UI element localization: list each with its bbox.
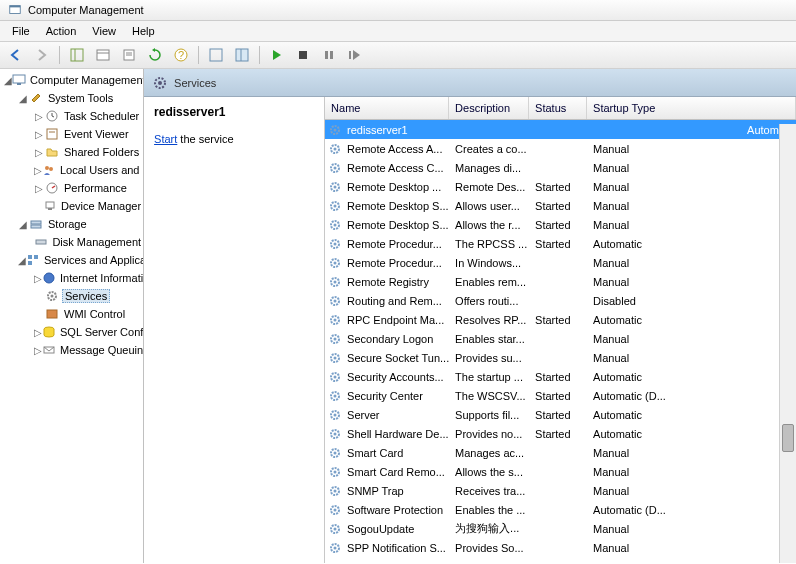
service-row[interactable]: Security Accounts...The startup ...Start… (325, 367, 796, 386)
stop-service-button[interactable] (291, 44, 315, 66)
menu-action[interactable]: Action (38, 23, 85, 39)
svg-point-62 (334, 280, 337, 283)
expand-icon[interactable]: ▷ (34, 165, 42, 176)
start-service-button[interactable] (265, 44, 289, 66)
expand-icon[interactable]: ▷ (34, 327, 42, 338)
service-row[interactable]: Remote Procedur...The RPCSS ...StartedAu… (325, 234, 796, 253)
tree-device-manager[interactable]: Device Manager (0, 197, 143, 215)
service-row[interactable]: SPP Notification S...Provides So...Manua… (325, 538, 796, 557)
tree-local-users[interactable]: ▷Local Users and Groups (0, 161, 143, 179)
forward-button[interactable] (30, 44, 54, 66)
view-button-2[interactable] (230, 44, 254, 66)
menu-help[interactable]: Help (124, 23, 163, 39)
tree-msmq[interactable]: ▷Message Queuing (0, 341, 143, 359)
svg-text:?: ? (178, 49, 184, 61)
cell-startup: Automatic (D... (589, 390, 796, 402)
collapse-icon[interactable]: ◢ (18, 93, 28, 104)
cell-startup: Automatic (589, 238, 796, 250)
service-row[interactable]: Remote Access A...Creates a co...Manual (325, 139, 796, 158)
service-row[interactable]: Security CenterThe WSCSV...StartedAutoma… (325, 386, 796, 405)
service-row[interactable]: Secure Socket Tun...Provides su...Manual (325, 348, 796, 367)
service-row[interactable]: Remote Access C...Manages di...Manual (325, 158, 796, 177)
cell-desc: Provides So... (451, 542, 531, 554)
pause-service-button[interactable] (317, 44, 341, 66)
service-row[interactable]: Smart CardManages ac...Manual (325, 443, 796, 462)
tools-icon (28, 90, 44, 106)
back-button[interactable] (4, 44, 28, 66)
tree-disk-mgmt[interactable]: Disk Management (0, 233, 143, 251)
menu-file[interactable]: File (4, 23, 38, 39)
collapse-icon[interactable]: ◢ (18, 219, 28, 230)
gear-icon (327, 141, 343, 157)
service-row[interactable]: Remote RegistryEnables rem...Manual (325, 272, 796, 291)
service-row[interactable]: Software ProtectionEnables the ...Automa… (325, 500, 796, 519)
gear-icon (327, 312, 343, 328)
collapse-icon[interactable]: ◢ (4, 75, 12, 86)
service-row[interactable]: RPC Endpoint Ma...Resolves RP...StartedA… (325, 310, 796, 329)
service-row[interactable]: Smart Card Remo...Allows the s...Manual (325, 462, 796, 481)
service-row[interactable]: Routing and Rem...Offers routi...Disable… (325, 291, 796, 310)
tree-pane[interactable]: ◢Computer Management (Local ◢System Tool… (0, 69, 144, 563)
svg-rect-19 (17, 83, 21, 85)
header-startup[interactable]: Startup Type (587, 97, 796, 119)
properties-button[interactable] (91, 44, 115, 66)
computer-mgmt-icon (12, 72, 26, 88)
refresh-button[interactable] (143, 44, 167, 66)
service-row[interactable]: SogouUpdate为搜狗输入...Manual (325, 519, 796, 538)
service-row[interactable]: Remote Desktop S...Allows user...Started… (325, 196, 796, 215)
tree-task-scheduler[interactable]: ▷Task Scheduler (0, 107, 143, 125)
tree-services-apps[interactable]: ◢Services and Applications (0, 251, 143, 269)
tree-performance[interactable]: ▷Performance (0, 179, 143, 197)
scrollbar-thumb[interactable] (782, 424, 794, 452)
service-row[interactable]: redisserver1Automatic (325, 120, 796, 139)
help-button[interactable]: ? (169, 44, 193, 66)
app-icon (8, 3, 22, 17)
export-button[interactable] (117, 44, 141, 66)
cell-startup: Manual (589, 352, 796, 364)
svg-rect-30 (48, 208, 52, 210)
svg-rect-14 (299, 51, 307, 59)
selected-service-title: redisserver1 (154, 105, 314, 119)
expand-icon[interactable]: ▷ (34, 111, 44, 122)
service-row[interactable]: Remote Desktop S...Allows the r...Starte… (325, 215, 796, 234)
cell-name: Remote Procedur... (343, 238, 451, 250)
toolbar-sep (198, 46, 199, 64)
cell-name: Remote Desktop S... (343, 219, 451, 231)
service-row[interactable]: Remote Desktop ...Remote Des...StartedMa… (325, 177, 796, 196)
expand-icon[interactable]: ▷ (34, 183, 44, 194)
tree-sql-config[interactable]: ▷SQL Server Configuratio (0, 323, 143, 341)
start-link[interactable]: Start (154, 133, 177, 145)
header-name[interactable]: Name (325, 97, 449, 119)
expand-icon[interactable]: ▷ (34, 129, 44, 140)
expand-icon[interactable]: ▷ (34, 147, 44, 158)
cell-desc: Provides no... (451, 428, 531, 440)
service-row[interactable]: Secondary LogonEnables star...Manual (325, 329, 796, 348)
expand-icon[interactable]: ▷ (34, 345, 42, 356)
tree-event-viewer[interactable]: ▷Event Viewer (0, 125, 143, 143)
show-hide-button[interactable] (65, 44, 89, 66)
expand-icon[interactable]: ▷ (34, 273, 42, 284)
collapse-icon[interactable]: ◢ (18, 255, 26, 266)
restart-service-button[interactable] (343, 44, 367, 66)
tree-root[interactable]: ◢Computer Management (Local (0, 71, 143, 89)
list-body[interactable]: redisserver1AutomaticRemote Access A...C… (325, 120, 796, 563)
view-button-1[interactable] (204, 44, 228, 66)
tree-iis[interactable]: ▷Internet Information Se (0, 269, 143, 287)
tree-shared-folders[interactable]: ▷Shared Folders (0, 143, 143, 161)
service-row[interactable]: SNMP TrapReceives tra...Manual (325, 481, 796, 500)
svg-point-86 (334, 508, 337, 511)
menu-view[interactable]: View (84, 23, 124, 39)
tree-system-tools[interactable]: ◢System Tools (0, 89, 143, 107)
tree-services[interactable]: Services (0, 287, 143, 305)
header-status[interactable]: Status (529, 97, 587, 119)
header-description[interactable]: Description (449, 97, 529, 119)
service-row[interactable]: ServerSupports fil...StartedAutomatic (325, 405, 796, 424)
toolbar-sep (59, 46, 60, 64)
tree-storage[interactable]: ◢Storage (0, 215, 143, 233)
cell-startup: Manual (589, 276, 796, 288)
service-row[interactable]: Shell Hardware De...Provides no...Starte… (325, 424, 796, 443)
svg-rect-32 (31, 225, 41, 228)
vertical-scrollbar[interactable] (779, 124, 796, 563)
service-row[interactable]: Remote Procedur...In Windows...Manual (325, 253, 796, 272)
tree-wmi[interactable]: WMI Control (0, 305, 143, 323)
